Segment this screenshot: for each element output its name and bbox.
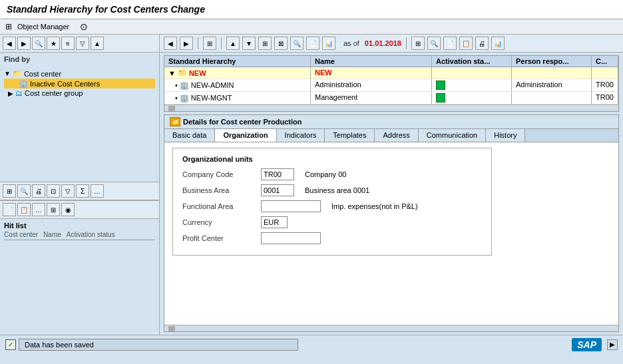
tree-inactive-cost-centers[interactable]: 🏢 Inactive Cost Centers [4, 79, 155, 89]
scroll-right-indicator[interactable]: ▶ [607, 339, 618, 350]
col-hierarchy: Standard Hierarchy [164, 56, 311, 67]
menu-icon: ⊞ [5, 22, 12, 31]
col-hname: Name [311, 56, 432, 67]
right-nav-forward[interactable]: ▶ [180, 37, 193, 50]
tab-history[interactable]: History [486, 129, 525, 142]
left-btn6[interactable]: Σ [76, 184, 89, 198]
left-btn7[interactable]: … [91, 184, 104, 198]
status-check-icon: ✓ [5, 339, 16, 350]
right-btn1[interactable]: ⊞ [203, 37, 216, 50]
right-btn11[interactable]: 📄 [443, 37, 457, 50]
tree-area: ▼ 📁 Cost center 🏢 Inactive Cost Centers … [0, 66, 159, 182]
right-btn4[interactable]: ⊞ [258, 37, 272, 50]
profit-center-label: Profit Center [182, 234, 256, 242]
business-area-row: Business Area Business area 0001 [182, 184, 482, 196]
tab-indicators[interactable]: Indicators [277, 129, 325, 142]
up-button[interactable]: ▲ [91, 37, 104, 50]
tree-cost-center-label: Cost center [24, 70, 61, 78]
left-btn11[interactable]: ⊞ [47, 203, 60, 216]
left-btn10[interactable]: … [32, 203, 45, 216]
object-manager-label[interactable]: Object Manager [17, 23, 69, 31]
right-nav-back[interactable]: ◀ [164, 37, 177, 50]
table-row[interactable]: • 🏢 NEW-ADMIN Administration Administrat… [164, 79, 618, 92]
row-c: TR00 [592, 79, 618, 91]
hit-list-header: Cost center Name Activation status [4, 231, 155, 240]
details-scrollbar[interactable] [164, 325, 618, 331]
business-area-input[interactable] [261, 184, 294, 196]
left-btn12[interactable]: ◉ [61, 203, 75, 216]
tree-cost-center[interactable]: ▼ 📁 Cost center [4, 69, 155, 79]
left-btn5[interactable]: ▽ [61, 184, 75, 198]
tab-communication[interactable]: Communication [419, 129, 486, 142]
hierarchy-header: Standard Hierarchy Name Activation sta..… [164, 56, 618, 67]
left-btn1[interactable]: ⊞ [3, 184, 16, 198]
menu-separator: ⊙ [80, 21, 88, 32]
right-toolbar: ◀ ▶ ⊞ ▲ ▼ ⊞ ⊠ 🔍 📄 📊 as of 01.01.2018 ⊞ 🔍… [160, 35, 623, 53]
table-row[interactable]: • 🏢 NEW-MGNT Management TR00 [164, 92, 618, 104]
col-activation: Activation sta... [432, 56, 512, 67]
star-button[interactable]: ★ [47, 37, 60, 50]
nav-back-button[interactable]: ◀ [3, 37, 16, 50]
right-btn2[interactable]: ▲ [226, 37, 240, 50]
cost-center-group-icon: 🗂 [15, 89, 23, 97]
right-btn6[interactable]: 🔍 [290, 37, 304, 50]
org-units-title: Organizational units [182, 155, 482, 163]
toolbar-sep1 [198, 37, 198, 49]
left-bottom-toolbar2: 📄 📋 … ⊞ ◉ [0, 200, 159, 219]
right-btn12[interactable]: 📋 [459, 37, 473, 50]
left-btn9[interactable]: 📋 [17, 203, 31, 216]
tree-cost-center-group[interactable]: ▶ 🗂 Cost center group [4, 89, 155, 98]
right-btn9[interactable]: ⊞ [411, 37, 425, 50]
currency-input[interactable] [261, 216, 288, 228]
status-message: ✓ Data has been saved [5, 339, 566, 351]
functional-area-input[interactable] [261, 200, 321, 212]
left-btn4[interactable]: ⊡ [47, 184, 60, 198]
row-name: Management [311, 92, 432, 104]
left-btn2[interactable]: 🔍 [17, 184, 31, 198]
table-row[interactable]: ▼ 📁 NEW NEW [164, 67, 618, 79]
search-button[interactable]: 🔍 [32, 37, 45, 50]
left-btn8[interactable]: 📄 [3, 203, 16, 216]
nav-forward-button[interactable]: ▶ [17, 37, 31, 50]
expand-icon: ▼ [4, 70, 11, 77]
right-btn10[interactable]: 🔍 [427, 37, 441, 50]
list-button[interactable]: ≡ [61, 37, 75, 50]
currency-row: Currency [182, 216, 482, 228]
row-activation [432, 67, 512, 79]
hierarchy-scrollbar[interactable] [164, 104, 618, 111]
as-of-date: 01.01.2018 [365, 39, 401, 47]
row-activation [432, 79, 512, 91]
col-person: Person respo... [512, 56, 592, 67]
right-btn7[interactable]: 📄 [306, 37, 319, 50]
item-icon2: 🏢 [180, 94, 189, 102]
main-layout: ◀ ▶ 🔍 ★ ≡ ▽ ▲ Find by ▼ 📁 Cost center 🏢 … [0, 35, 623, 335]
right-btn14[interactable]: 📊 [491, 37, 505, 50]
left-panel: ◀ ▶ 🔍 ★ ≡ ▽ ▲ Find by ▼ 📁 Cost center 🏢 … [0, 35, 160, 335]
row-person [512, 92, 592, 104]
tab-basic-data[interactable]: Basic data [164, 129, 215, 142]
company-code-value: Company 00 [305, 170, 346, 178]
group-icon: 🏢 [19, 79, 28, 88]
tab-organization[interactable]: Organization [215, 129, 276, 142]
company-code-input[interactable] [261, 168, 294, 180]
left-btn3[interactable]: 🖨 [32, 184, 45, 198]
profit-center-input[interactable] [261, 232, 321, 244]
right-btn5[interactable]: ⊠ [274, 37, 288, 50]
page-title: Standard Hierarchy for Cost Centers Chan… [7, 4, 205, 15]
right-btn3[interactable]: ▼ [242, 37, 256, 50]
right-btn8[interactable]: 📊 [322, 37, 335, 50]
toolbar-sep2 [221, 37, 222, 49]
filter-button[interactable]: ▽ [76, 37, 89, 50]
row-c: TR00 [592, 92, 618, 104]
company-code-row: Company Code Company 00 [182, 168, 482, 180]
toolbar-sep3 [406, 37, 407, 49]
expand-icon: ▼ [168, 69, 176, 77]
row-name: Administration [311, 79, 432, 91]
row-name: NEW [311, 67, 432, 79]
row-activation [432, 92, 512, 104]
details-header-text: Details for Cost center Production [183, 118, 302, 126]
tab-address[interactable]: Address [375, 129, 418, 142]
right-btn13[interactable]: 🖨 [475, 37, 489, 50]
tab-templates[interactable]: Templates [325, 129, 375, 142]
col-c: C... [592, 56, 618, 67]
